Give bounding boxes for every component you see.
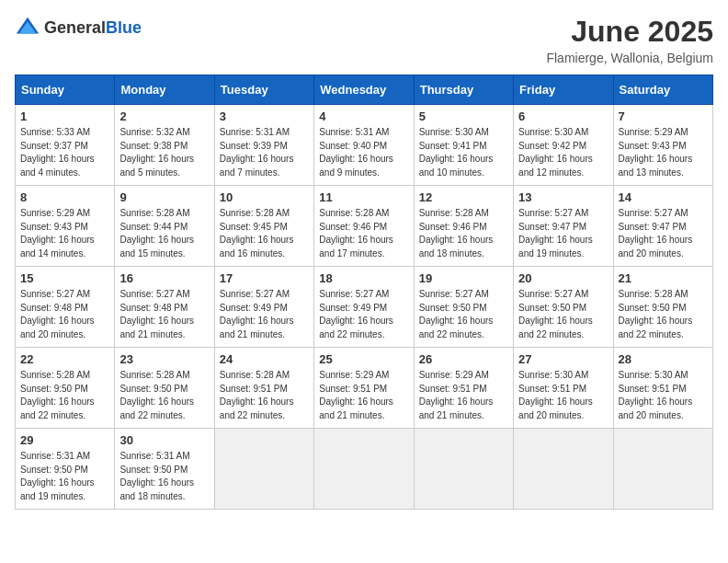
cell-info: Sunrise: 5:28 AMSunset: 9:50 PMDaylight:… (619, 288, 708, 341)
cell-info: Sunrise: 5:28 AMSunset: 9:50 PMDaylight:… (119, 369, 209, 422)
day-number: 14 (619, 190, 708, 204)
cell-info: Sunrise: 5:27 AMSunset: 9:47 PMDaylight:… (619, 207, 708, 260)
day-number: 3 (220, 109, 309, 123)
cell-info: Sunrise: 5:30 AMSunset: 9:41 PMDaylight:… (419, 126, 508, 179)
calendar-cell: 23Sunrise: 5:28 AMSunset: 9:50 PMDayligh… (115, 348, 214, 429)
day-number: 27 (518, 352, 608, 366)
day-number: 9 (119, 190, 209, 204)
day-number: 30 (119, 433, 209, 447)
day-number: 26 (419, 352, 508, 366)
title-block: June 2025 Flamierge, Wallonia, Belgium (546, 15, 713, 65)
day-number: 10 (220, 190, 309, 204)
cell-info: Sunrise: 5:28 AMSunset: 9:45 PMDaylight:… (220, 207, 309, 260)
calendar-cell: 5Sunrise: 5:30 AMSunset: 9:41 PMDaylight… (414, 105, 513, 186)
day-number: 1 (20, 109, 109, 123)
calendar-cell: 3Sunrise: 5:31 AMSunset: 9:39 PMDaylight… (214, 105, 313, 186)
cell-info: Sunrise: 5:30 AMSunset: 9:51 PMDaylight:… (619, 369, 708, 422)
day-header-wednesday: Wednesday (314, 75, 414, 105)
calendar-week-1: 1Sunrise: 5:33 AMSunset: 9:37 PMDaylight… (16, 105, 713, 186)
day-number: 22 (20, 352, 109, 366)
day-number: 11 (319, 190, 408, 204)
day-number: 5 (419, 109, 508, 123)
day-number: 15 (20, 271, 109, 285)
cell-info: Sunrise: 5:33 AMSunset: 9:37 PMDaylight:… (20, 126, 109, 179)
cell-info: Sunrise: 5:28 AMSunset: 9:44 PMDaylight:… (119, 207, 209, 260)
cell-info: Sunrise: 5:32 AMSunset: 9:38 PMDaylight:… (119, 126, 209, 179)
calendar-table: SundayMondayTuesdayWednesdayThursdayFrid… (15, 75, 713, 510)
day-number: 18 (319, 271, 408, 285)
cell-info: Sunrise: 5:27 AMSunset: 9:50 PMDaylight:… (518, 288, 608, 341)
logo-blue: Blue (106, 19, 142, 36)
cell-info: Sunrise: 5:27 AMSunset: 9:49 PMDaylight:… (220, 288, 309, 341)
calendar-week-4: 22Sunrise: 5:28 AMSunset: 9:50 PMDayligh… (16, 348, 713, 429)
day-number: 29 (20, 433, 109, 447)
calendar-cell: 16Sunrise: 5:27 AMSunset: 9:48 PMDayligh… (115, 267, 214, 348)
location: Flamierge, Wallonia, Belgium (546, 51, 713, 65)
calendar-cell: 26Sunrise: 5:29 AMSunset: 9:51 PMDayligh… (414, 348, 513, 429)
day-header-monday: Monday (115, 75, 214, 105)
calendar-cell: 24Sunrise: 5:28 AMSunset: 9:51 PMDayligh… (214, 348, 313, 429)
cell-info: Sunrise: 5:27 AMSunset: 9:48 PMDaylight:… (20, 288, 109, 341)
cell-info: Sunrise: 5:28 AMSunset: 9:46 PMDaylight:… (419, 207, 508, 260)
calendar-cell: 17Sunrise: 5:27 AMSunset: 9:49 PMDayligh… (214, 267, 313, 348)
day-number: 28 (619, 352, 708, 366)
calendar-cell: 28Sunrise: 5:30 AMSunset: 9:51 PMDayligh… (613, 348, 712, 429)
day-header-tuesday: Tuesday (214, 75, 313, 105)
day-number: 12 (419, 190, 508, 204)
cell-info: Sunrise: 5:27 AMSunset: 9:47 PMDaylight:… (518, 207, 608, 260)
calendar-cell: 7Sunrise: 5:29 AMSunset: 9:43 PMDaylight… (613, 105, 712, 186)
calendar-cell (214, 429, 313, 510)
calendar-cell: 22Sunrise: 5:28 AMSunset: 9:50 PMDayligh… (16, 348, 115, 429)
cell-info: Sunrise: 5:28 AMSunset: 9:46 PMDaylight:… (319, 207, 408, 260)
day-number: 21 (619, 271, 708, 285)
calendar-week-3: 15Sunrise: 5:27 AMSunset: 9:48 PMDayligh… (16, 267, 713, 348)
calendar-cell: 21Sunrise: 5:28 AMSunset: 9:50 PMDayligh… (613, 267, 712, 348)
calendar-week-2: 8Sunrise: 5:29 AMSunset: 9:43 PMDaylight… (16, 186, 713, 267)
cell-info: Sunrise: 5:29 AMSunset: 9:51 PMDaylight:… (419, 369, 508, 422)
calendar-cell: 18Sunrise: 5:27 AMSunset: 9:49 PMDayligh… (314, 267, 414, 348)
day-number: 23 (119, 352, 209, 366)
calendar-cell: 19Sunrise: 5:27 AMSunset: 9:50 PMDayligh… (414, 267, 513, 348)
day-number: 25 (319, 352, 408, 366)
cell-info: Sunrise: 5:30 AMSunset: 9:51 PMDaylight:… (518, 369, 608, 422)
calendar-cell (314, 429, 414, 510)
calendar-cell (514, 429, 613, 510)
calendar-cell: 25Sunrise: 5:29 AMSunset: 9:51 PMDayligh… (314, 348, 414, 429)
day-number: 13 (518, 190, 608, 204)
day-number: 20 (518, 271, 608, 285)
day-number: 7 (619, 109, 708, 123)
calendar-cell: 30Sunrise: 5:31 AMSunset: 9:50 PMDayligh… (115, 429, 214, 510)
day-number: 8 (20, 190, 109, 204)
cell-info: Sunrise: 5:28 AMSunset: 9:51 PMDaylight:… (220, 369, 309, 422)
calendar-cell: 2Sunrise: 5:32 AMSunset: 9:38 PMDaylight… (115, 105, 214, 186)
cell-info: Sunrise: 5:29 AMSunset: 9:43 PMDaylight:… (619, 126, 708, 179)
day-number: 4 (319, 109, 408, 123)
cell-info: Sunrise: 5:29 AMSunset: 9:43 PMDaylight:… (20, 207, 109, 260)
calendar-cell: 10Sunrise: 5:28 AMSunset: 9:45 PMDayligh… (214, 186, 313, 267)
logo: General Blue (15, 15, 142, 40)
cell-info: Sunrise: 5:31 AMSunset: 9:50 PMDaylight:… (119, 450, 209, 503)
day-header-sunday: Sunday (16, 75, 115, 105)
page-header: General Blue June 2025 Flamierge, Wallon… (15, 15, 713, 65)
cell-info: Sunrise: 5:31 AMSunset: 9:40 PMDaylight:… (319, 126, 408, 179)
day-header-saturday: Saturday (613, 75, 712, 105)
day-number: 16 (119, 271, 209, 285)
calendar-cell: 13Sunrise: 5:27 AMSunset: 9:47 PMDayligh… (514, 186, 613, 267)
cell-info: Sunrise: 5:27 AMSunset: 9:49 PMDaylight:… (319, 288, 408, 341)
day-number: 19 (419, 271, 508, 285)
day-number: 6 (518, 109, 608, 123)
day-header-thursday: Thursday (414, 75, 513, 105)
calendar-cell: 20Sunrise: 5:27 AMSunset: 9:50 PMDayligh… (514, 267, 613, 348)
cell-info: Sunrise: 5:30 AMSunset: 9:42 PMDaylight:… (518, 126, 608, 179)
cell-info: Sunrise: 5:27 AMSunset: 9:50 PMDaylight:… (419, 288, 508, 341)
calendar-cell (414, 429, 513, 510)
cell-info: Sunrise: 5:29 AMSunset: 9:51 PMDaylight:… (319, 369, 408, 422)
logo-general: General (44, 19, 106, 36)
calendar-cell: 6Sunrise: 5:30 AMSunset: 9:42 PMDaylight… (514, 105, 613, 186)
calendar-cell: 11Sunrise: 5:28 AMSunset: 9:46 PMDayligh… (314, 186, 414, 267)
day-number: 17 (220, 271, 309, 285)
calendar-cell: 12Sunrise: 5:28 AMSunset: 9:46 PMDayligh… (414, 186, 513, 267)
calendar-cell: 14Sunrise: 5:27 AMSunset: 9:47 PMDayligh… (613, 186, 712, 267)
calendar-cell: 29Sunrise: 5:31 AMSunset: 9:50 PMDayligh… (16, 429, 115, 510)
calendar-cell (613, 429, 712, 510)
